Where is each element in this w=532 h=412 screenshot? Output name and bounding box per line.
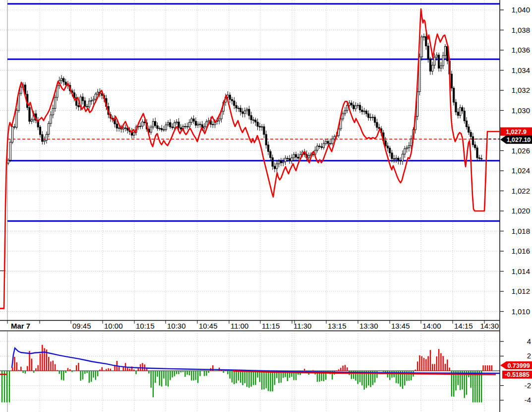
spread-bar (189, 371, 190, 375)
spread-bar (104, 370, 105, 371)
right-price-axis: 1,0401,0381,0361,0341,0321,0301,0261,024… (500, 0, 531, 412)
candle (270, 151, 271, 157)
candle (323, 143, 324, 147)
spread-bar (489, 365, 490, 371)
candle (411, 139, 412, 146)
spread-bar (338, 369, 339, 371)
candle (283, 162, 284, 163)
main-price-panel[interactable] (0, 0, 500, 320)
spread-bar (253, 371, 254, 385)
spread-bar (14, 357, 15, 371)
candle (440, 66, 442, 69)
spread-bar (244, 371, 245, 383)
candle (434, 57, 435, 65)
candle (9, 142, 11, 160)
candle (55, 97, 56, 108)
candle (234, 101, 235, 105)
spread-bar (67, 368, 68, 371)
time-axis-label: 10:30 (167, 322, 186, 330)
spread-bar (251, 371, 252, 387)
spread-panel[interactable] (0, 331, 500, 412)
spread-bar (161, 371, 162, 387)
spread-bar (240, 371, 241, 383)
spread-bar (48, 357, 49, 371)
candle (406, 148, 408, 149)
candle (212, 124, 214, 125)
spread-bar (342, 366, 343, 371)
spread-bar (242, 371, 243, 385)
candle (462, 108, 463, 111)
candle (60, 78, 62, 80)
candle (88, 101, 90, 107)
candle (470, 132, 472, 137)
candle (316, 146, 318, 150)
spread-bar (110, 369, 111, 371)
candle (370, 117, 371, 118)
spread-bar (261, 371, 262, 390)
candle (355, 106, 356, 109)
candle (184, 127, 186, 127)
spread-bar (376, 371, 377, 378)
spread-tag-negative-label: -0.51885 (505, 371, 529, 378)
spread-axis-label: -2 (525, 381, 531, 390)
spread-bar (236, 371, 236, 383)
candle (161, 129, 163, 130)
candle (195, 121, 196, 125)
spread-bar (118, 366, 119, 371)
candle (481, 158, 482, 159)
spread-bar (180, 371, 181, 372)
time-axis-label: 10:45 (199, 322, 218, 330)
candle (261, 127, 263, 127)
candle (78, 105, 79, 107)
candle (396, 158, 397, 159)
candle (219, 119, 220, 121)
price-axis-label: 1,012 (511, 287, 530, 295)
candle (387, 146, 388, 148)
spread-bar (436, 356, 437, 371)
candle (308, 156, 309, 158)
spread-bar (89, 371, 90, 383)
spread-bar (61, 371, 62, 380)
candle (442, 56, 444, 66)
candle (272, 158, 273, 166)
candle (365, 111, 367, 114)
time-axis-label: 11:30 (294, 322, 311, 330)
spread-bar (230, 371, 231, 379)
candle (197, 124, 199, 125)
spread-bar (27, 366, 28, 371)
candle (174, 123, 175, 128)
price-axis-label: 1,014 (511, 267, 530, 275)
candle (46, 135, 47, 140)
spread-bar (123, 367, 124, 371)
spread-bar (199, 371, 200, 376)
spread-bar (84, 371, 85, 374)
candle (229, 95, 231, 99)
candle (193, 119, 194, 121)
candle (14, 127, 15, 127)
candle (263, 127, 265, 135)
price-axis-label: 1,024 (511, 166, 530, 175)
candle (172, 127, 173, 128)
candle (48, 123, 50, 134)
spread-bar (20, 367, 21, 371)
candle (170, 123, 171, 127)
spread-bar (485, 365, 486, 371)
candle (204, 127, 205, 128)
candle (152, 122, 154, 127)
chart-canvas[interactable]: 09:4510:0010:1510:3010:4511:0011:1511:30… (0, 0, 532, 412)
candle (289, 159, 291, 161)
spread-bar (266, 371, 267, 388)
candle (351, 103, 352, 105)
spread-bar (16, 362, 17, 371)
red-index-line (0, 9, 500, 308)
spread-bar (345, 365, 346, 371)
candle (157, 126, 158, 129)
candle (464, 111, 465, 121)
candle (359, 105, 360, 110)
candle (65, 82, 66, 85)
candle (421, 37, 422, 57)
candle (436, 55, 437, 57)
price-axis-label: 1,030 (511, 106, 530, 115)
candle (453, 88, 455, 102)
last-price-tag-red-label: 1,027.9 (506, 129, 527, 136)
